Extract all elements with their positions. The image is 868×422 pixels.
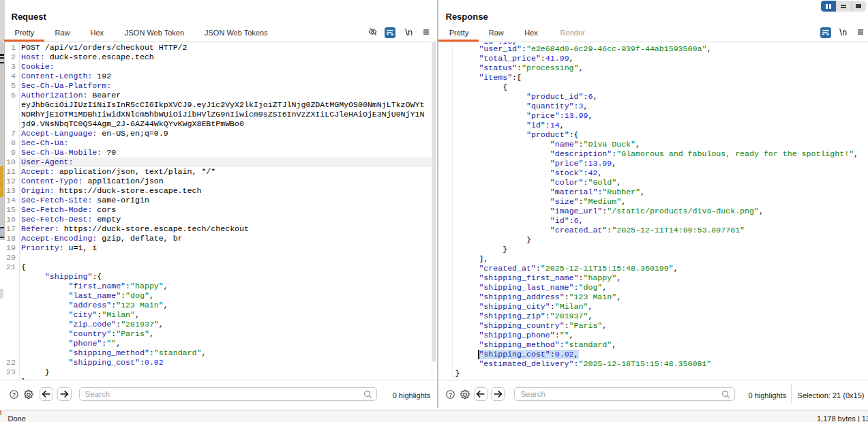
svg-text:?: ?: [449, 392, 452, 398]
svg-text:?: ?: [12, 392, 16, 398]
